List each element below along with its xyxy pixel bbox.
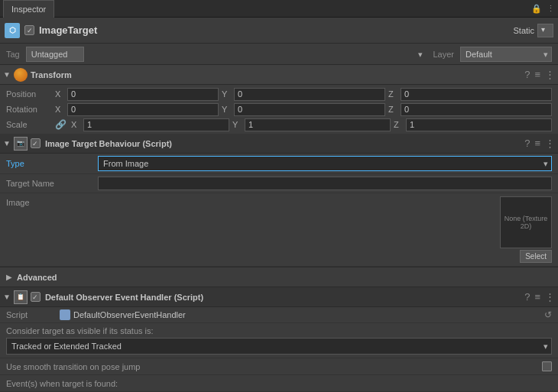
image-target-help-icon[interactable]: ? (524, 138, 530, 149)
scale-label: Scale (6, 120, 52, 129)
scale-xyz: X Y Z (71, 118, 552, 131)
type-row: Type From Image From Database User Defin… (0, 154, 558, 174)
target-name-row: Target Name (0, 174, 558, 193)
observer-title: Default Observer Event Handler (Script) (45, 293, 524, 302)
image-target-layers-icon[interactable]: ≡ (534, 138, 540, 149)
image-target-actions: ? ≡ ⋮ (524, 138, 555, 149)
image-target-body: Type From Image From Database User Defin… (0, 154, 558, 267)
layer-dropdown[interactable]: Default (460, 47, 552, 62)
position-label: Position (6, 89, 52, 99)
static-label: Static (513, 26, 534, 35)
image-preview: None (Texture 2D) Select (98, 196, 552, 263)
object-icon: ⬡ (5, 23, 20, 38)
smooth-row: Use smooth transition on pose jump (0, 358, 558, 375)
transform-help-icon[interactable]: ? (524, 69, 530, 80)
rot-z-label: Z (388, 105, 397, 114)
tracked-dropdown-wrap: Tracked or Extended Tracked Tracked Exte… (6, 338, 552, 355)
observer-help-icon[interactable]: ? (524, 291, 530, 303)
scale-x-label: X (71, 120, 80, 129)
scale-z-label: Z (394, 120, 403, 129)
tab-bar: Inspector 🔒 ⋮ (0, 0, 558, 18)
observer-actions: ? ≡ ⋮ (524, 291, 555, 303)
advanced-row[interactable]: ▶ Advanced (0, 267, 558, 287)
rot-y-input[interactable] (234, 103, 385, 116)
script-ref-icon (60, 309, 70, 320)
type-dropdown[interactable]: From Image From Database User Defined (98, 156, 552, 171)
position-xyz: X Y Z (55, 88, 552, 101)
transform-title: Transform (31, 70, 524, 79)
reload-icon[interactable]: ↺ (544, 309, 552, 320)
observer-active-checkbox[interactable] (31, 292, 41, 302)
image-target-icon: 📷 (14, 137, 28, 151)
script-row: Script DefaultObserverEventHandler ↺ (0, 307, 558, 323)
image-target-section-header[interactable]: ▼ 📷 Image Target Behaviour (Script) ? ≡ … (0, 134, 558, 154)
active-checkbox[interactable] (24, 25, 34, 35)
static-dropdown[interactable]: ▾ (537, 24, 553, 37)
pos-z-label: Z (388, 89, 397, 99)
script-label: Script (6, 310, 60, 319)
static-control: Static ▾ (513, 24, 553, 37)
rot-z-input[interactable] (401, 103, 552, 116)
target-name-label: Target Name (6, 179, 98, 188)
lock-icon[interactable]: 🔒 (531, 4, 542, 14)
tag-select-wrap: Untagged (26, 47, 427, 62)
events-label: Event(s) when target is found: (6, 379, 118, 388)
position-row: Position X Y Z (0, 86, 558, 102)
smooth-checkbox[interactable] (542, 361, 552, 371)
image-row: Image None (Texture 2D) Select (0, 193, 558, 267)
transform-collapse-icon: ▼ (3, 70, 11, 79)
observer-body: Script DefaultObserverEventHandler ↺ Con… (0, 307, 558, 392)
layer-select-wrap: Default (460, 47, 552, 62)
advanced-label: Advanced (17, 273, 57, 282)
target-name-input[interactable] (98, 177, 552, 190)
transform-body: Position X Y Z Rotation X Y Z Scale 🔗 X … (0, 85, 558, 134)
observer-section-header[interactable]: ▼ 📋 Default Observer Event Handler (Scri… (0, 287, 558, 307)
image-box: None (Texture 2D) (500, 196, 552, 248)
scale-y-label: Y (232, 120, 242, 129)
pos-y-input[interactable] (234, 88, 385, 101)
tracked-dropdown[interactable]: Tracked or Extended Tracked Tracked Exte… (6, 338, 552, 355)
scale-x-input[interactable] (83, 118, 229, 131)
image-target-collapse-icon: ▼ (3, 139, 11, 147)
menu-icon[interactable]: ⋮ (547, 4, 555, 14)
inspector-tab[interactable]: Inspector (3, 0, 54, 18)
pos-x-label: X (55, 89, 64, 99)
image-label: Image (6, 196, 98, 207)
rot-y-label: Y (222, 105, 231, 114)
smooth-label: Use smooth transition on pose jump (6, 362, 542, 371)
consider-row: Consider target as visible if its status… (0, 323, 558, 358)
scale-row: Scale 🔗 X Y Z (0, 117, 558, 132)
object-name: ImageTarget (39, 24, 513, 36)
pos-y-label: Y (222, 89, 231, 99)
transform-icon (14, 68, 28, 82)
lock-scale-icon[interactable]: 🔗 (55, 119, 67, 130)
transform-menu-icon[interactable]: ⋮ (545, 69, 555, 80)
tag-label: Tag (6, 50, 20, 59)
transform-actions: ? ≡ ⋮ (524, 69, 555, 80)
tag-layer-row: Tag Untagged Layer Default (0, 44, 558, 65)
type-dropdown-wrap: From Image From Database User Defined (98, 156, 552, 171)
pos-x-input[interactable] (67, 88, 219, 101)
select-button[interactable]: Select (520, 250, 552, 263)
scale-y-input[interactable] (245, 118, 391, 131)
script-ref-name: DefaultObserverEventHandler (73, 310, 541, 319)
rot-x-input[interactable] (67, 103, 219, 116)
rot-x-label: X (55, 105, 64, 114)
layer-label: Layer (433, 50, 454, 59)
scale-z-input[interactable] (406, 118, 552, 131)
image-target-menu-icon[interactable]: ⋮ (545, 138, 555, 149)
transform-section-header[interactable]: ▼ Transform ? ≡ ⋮ (0, 65, 558, 85)
observer-collapse-icon: ▼ (3, 293, 11, 301)
transform-layers-icon[interactable]: ≡ (534, 69, 540, 80)
consider-label: Consider target as visible if its status… (6, 326, 552, 335)
image-preview-text: None (Texture 2D) (501, 215, 551, 230)
type-label: Type (6, 159, 98, 168)
rotation-xyz: X Y Z (55, 103, 552, 116)
image-target-active-checkbox[interactable] (31, 138, 41, 148)
observer-menu-icon[interactable]: ⋮ (545, 291, 555, 303)
object-header: ⬡ ImageTarget Static ▾ (0, 18, 558, 44)
pos-z-input[interactable] (401, 88, 552, 101)
image-target-title: Image Target Behaviour (Script) (45, 139, 524, 148)
observer-layers-icon[interactable]: ≡ (534, 291, 540, 303)
tag-dropdown[interactable]: Untagged (26, 47, 84, 62)
